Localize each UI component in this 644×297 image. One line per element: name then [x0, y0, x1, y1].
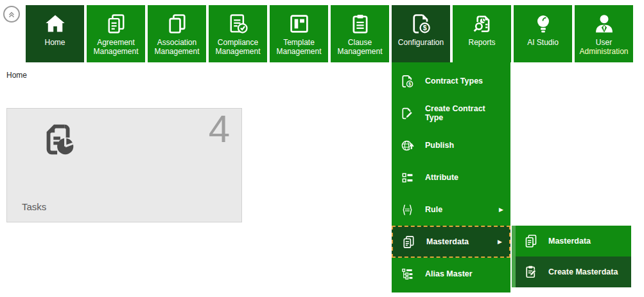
doc-pie-icon [39, 120, 79, 159]
nav-tile-association-management[interactable]: Association Management [148, 5, 206, 62]
docs-lines-icon [105, 12, 128, 35]
doc-pencil-icon [400, 106, 415, 121]
nav-tile-label: Reports [453, 38, 511, 47]
menu-item-attribute[interactable]: Attribute [392, 161, 510, 194]
nav-tile-label: Association Management [148, 38, 206, 56]
template-icon [288, 12, 311, 35]
collapse-ribbon-button[interactable] [3, 6, 20, 22]
submenu-item-label: Masterdata [548, 237, 591, 246]
masterdata-icon [401, 235, 416, 249]
tasks-tile[interactable]: 4 Tasks [6, 108, 242, 222]
submenu-arrow-icon: ▶ [499, 206, 503, 213]
menu-item-label: Alias Master [425, 269, 505, 278]
braces-icon [400, 203, 415, 217]
submenu-item-create-masterdata[interactable]: Create Masterdata [516, 256, 631, 287]
docs-icon [166, 12, 189, 35]
attribute-icon [400, 170, 415, 185]
chevrons-up-icon [6, 9, 17, 19]
clipboard-pencil-icon [523, 264, 539, 280]
nav-tile-template-management[interactable]: Template Management [270, 5, 328, 62]
menu-item-label: Rule [425, 205, 499, 214]
masterdata-icon [523, 233, 539, 249]
svg-text:$: $ [422, 24, 426, 32]
menu-item-publish[interactable]: Publish [392, 129, 510, 161]
menu-item-masterdata[interactable]: Masterdata▶ [392, 226, 510, 258]
config-dropdown-menu: $Contract TypesCreate Contract TypePubli… [392, 62, 510, 292]
nav-tile-label: Configuration [392, 38, 450, 47]
bulb-icon [532, 12, 555, 35]
nav-tile-label: Agreement Management [87, 38, 145, 56]
nav-tile-compliance-management[interactable]: Compliance Management [209, 5, 267, 62]
nav-tile-label: Compliance Management [209, 38, 267, 56]
nav-tile-label: Template Management [270, 38, 328, 56]
nav-tile-label: UserAdministration [575, 38, 633, 56]
nav-tile-ai-studio[interactable]: AI Studio [514, 5, 572, 62]
nav-tile-label: Clause Management [331, 38, 389, 56]
submenu-arrow-icon: ▶ [498, 239, 502, 245]
clipboard-icon [349, 12, 372, 35]
submenu-item-label: Create Masterdata [548, 267, 618, 276]
nav-tile-label: Home [26, 38, 84, 47]
nav-tile-strip: HomeAgreement ManagementAssociation Mana… [26, 5, 633, 62]
breadcrumb[interactable]: Home [6, 71, 27, 80]
nav-tile-reports[interactable]: Reports [453, 5, 511, 62]
nav-tile-home[interactable]: Home [26, 5, 84, 62]
menu-item-create-contract-type[interactable]: Create Contract Type [392, 97, 510, 129]
menu-item-label: Publish [425, 141, 505, 150]
nav-tile-agreement-management[interactable]: Agreement Management [87, 5, 145, 62]
nav-tile-label: AI Studio [514, 38, 572, 47]
menu-item-label: Masterdata [426, 237, 498, 246]
menu-item-label: Create Contract Type [425, 104, 505, 122]
nav-tile-clause-management[interactable]: Clause Management [331, 5, 389, 62]
masterdata-submenu: MasterdataCreate Masterdata [512, 226, 631, 287]
menu-item-contract-types[interactable]: $Contract Types [392, 65, 510, 97]
tasks-count: 4 [209, 110, 230, 148]
nav-tile-user-administration[interactable]: UserAdministration [575, 5, 633, 62]
doc-check-icon [227, 12, 250, 35]
menu-item-label: Attribute [425, 173, 505, 182]
nav-tile-configuration[interactable]: $Configuration [392, 5, 450, 62]
menu-item-rule[interactable]: Rule▶ [392, 194, 510, 226]
doc-dollar-icon: $ [400, 74, 415, 89]
tree-icon [400, 267, 415, 282]
home-icon [44, 12, 67, 35]
tasks-label: Tasks [22, 201, 46, 212]
menu-item-alias-master[interactable]: Alias Master [392, 258, 510, 290]
submenu-item-masterdata[interactable]: Masterdata [516, 226, 631, 256]
report-search-icon [471, 12, 494, 35]
menu-item-label: Contract Types [425, 76, 505, 86]
doc-dollar-icon: $ [410, 12, 433, 35]
user-icon [593, 12, 616, 35]
globe-up-icon [400, 138, 415, 153]
svg-text:$: $ [408, 81, 411, 86]
